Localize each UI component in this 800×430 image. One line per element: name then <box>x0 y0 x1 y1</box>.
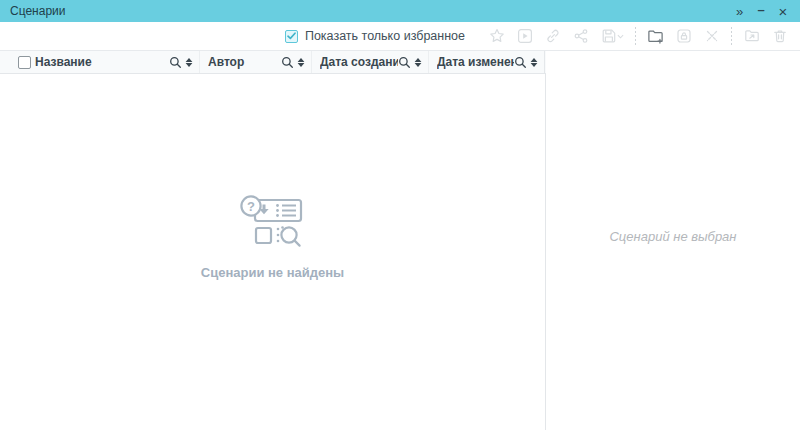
sort-icon[interactable] <box>414 58 422 67</box>
empty-list-text: Сценарии не найдены <box>201 265 344 280</box>
window-close-button[interactable]: × <box>774 2 792 20</box>
save-dropdown-chevron-icon <box>617 33 624 40</box>
delete-icon[interactable] <box>771 28 788 45</box>
cross-icon[interactable] <box>703 28 720 45</box>
scenario-table-header: Название Автор Дата создания Дата измене… <box>0 51 546 74</box>
share-icon[interactable] <box>572 28 589 45</box>
column-label: Дата изменен... <box>437 55 514 69</box>
window-minimize-button[interactable]: – <box>752 2 770 20</box>
no-scenario-selected-text: Сценарий не выбран <box>609 229 736 244</box>
search-icon[interactable] <box>281 56 294 69</box>
window-more-button[interactable]: » <box>730 2 748 20</box>
search-icon[interactable] <box>398 56 411 69</box>
lock-icon[interactable] <box>675 28 692 45</box>
column-header-created[interactable]: Дата создания <box>312 51 429 73</box>
column-label: Автор <box>208 55 281 69</box>
save-icon[interactable] <box>600 28 624 45</box>
toolbar: Показать только избранное <box>0 22 800 51</box>
move-to-folder-icon[interactable] <box>743 28 760 45</box>
svg-text:?: ? <box>247 198 255 213</box>
sort-icon[interactable] <box>297 58 305 67</box>
link-icon[interactable] <box>544 28 561 45</box>
toolbar-separator <box>635 27 636 45</box>
column-header-author[interactable]: Автор <box>200 51 312 73</box>
run-scenario-icon[interactable] <box>516 28 533 45</box>
window-titlebar: Сценарии » – × <box>0 0 800 22</box>
scenario-detail-pane: Сценарий не выбран <box>546 74 800 430</box>
select-all-checkbox[interactable] <box>18 56 31 69</box>
favorites-checkbox[interactable] <box>285 30 298 43</box>
column-header-name[interactable]: Название <box>0 51 200 73</box>
favorites-checkbox-label: Показать только избранное <box>305 29 465 43</box>
favorites-filter[interactable]: Показать только избранное <box>285 29 465 43</box>
sort-icon[interactable] <box>185 58 193 67</box>
window-title: Сценарии <box>10 4 726 18</box>
sort-icon[interactable] <box>530 58 538 67</box>
favorite-star-icon[interactable] <box>488 28 505 45</box>
empty-list-state: ? Сценарии не найдены <box>201 193 344 280</box>
column-label: Название <box>35 55 169 69</box>
search-icon[interactable] <box>514 56 527 69</box>
search-icon[interactable] <box>169 56 182 69</box>
scenario-list-pane: ? Сценарии не найдены <box>0 74 546 430</box>
main-content: ? Сценарии не найдены Сценарий не выбран <box>0 74 800 430</box>
column-label: Дата создания <box>320 55 398 69</box>
scenarios-not-found-illustration: ? <box>239 193 307 251</box>
toolbar-separator <box>731 27 732 45</box>
column-header-modified[interactable]: Дата изменен... <box>429 51 545 73</box>
create-folder-icon[interactable] <box>647 28 664 45</box>
